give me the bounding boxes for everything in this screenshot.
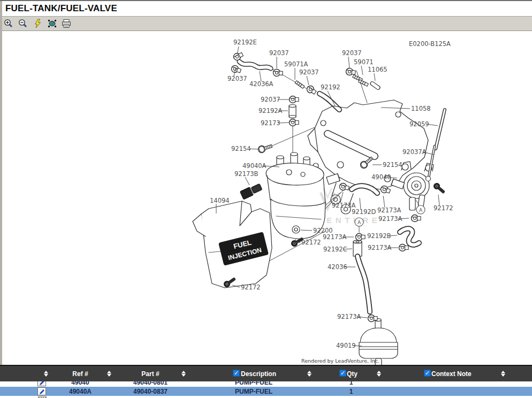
part-label-92172[interactable]: 92172 (434, 204, 453, 212)
part-label-92154[interactable]: 92154 (383, 161, 402, 169)
parts-diagram-canvas: LEADVENTURE (0, 1, 532, 398)
window-left-border (0, 1, 2, 365)
hotspot-select-icon (47, 19, 57, 28)
svg-text:A: A (358, 220, 361, 225)
sort-control-col-5[interactable] (501, 371, 505, 377)
cell-description: PUMP-FUEL (235, 381, 272, 386)
part-label-42036A[interactable]: 42036A (249, 80, 273, 88)
column-checkbox-context-note[interactable]: ✓ (424, 370, 431, 377)
lightning-icon (33, 19, 42, 28)
diagram-drawing: FUEL INJECTION (193, 51, 446, 366)
cell-description: PUMP-FUEL (235, 388, 272, 395)
part-label-92037[interactable]: 92037 (342, 49, 362, 57)
part-label-92192A[interactable]: 92192A (259, 107, 283, 114)
table-row[interactable]: 49040A49040-0837PUMP-FUEL1 (0, 387, 532, 396)
column-header-qty[interactable]: Qty (347, 370, 358, 378)
part-label-92037[interactable]: 92037 (227, 75, 247, 82)
part-label-92173A[interactable]: 92173A (378, 215, 402, 223)
part-label-92172[interactable]: 92172 (241, 284, 261, 291)
zoom-in-button[interactable] (3, 18, 14, 29)
part-label-92173A[interactable]: 92173A (368, 244, 392, 251)
column-header-context-note[interactable]: Context Note (431, 370, 472, 378)
part-label-11058[interactable]: 11058 (411, 105, 431, 112)
zoom-out-button[interactable] (18, 18, 28, 29)
column-header-ref-[interactable]: Ref # (72, 370, 88, 378)
part-label-92192D[interactable]: 92192D (352, 208, 376, 216)
rendered-by-credit: Rendered by LeadVenture, Inc. (301, 358, 379, 364)
sort-control-col-3[interactable] (307, 371, 311, 377)
part-label-92192E[interactable]: 92192E (233, 39, 257, 46)
sort-control-col-0[interactable] (44, 371, 48, 377)
sort-control-col-2[interactable] (181, 371, 186, 377)
row-edit-icon[interactable] (37, 387, 46, 395)
part-label-92037[interactable]: 92037 (261, 96, 280, 103)
part-label-92173A[interactable]: 92173A (337, 313, 361, 320)
svg-text:A: A (419, 208, 423, 213)
part-label-92059[interactable]: 92059 (409, 120, 429, 128)
cell-part: 49040-0801 (133, 381, 168, 386)
part-label-92173A[interactable]: 92173A (323, 233, 347, 241)
column-checkbox-qty[interactable]: ✓ (339, 370, 346, 377)
column-header-description[interactable]: Description (241, 370, 276, 378)
part-label-49019[interactable]: 49019 (336, 342, 356, 349)
title-bar: FUEL-TANK/FUEL-VALVE (0, 1, 532, 17)
part-label-92173B[interactable]: 92173B (234, 170, 259, 178)
parts-table-header: Ref #Part #✓Description✓Qty✓Context Note (0, 365, 532, 381)
part-label-92037[interactable]: 92037 (299, 68, 319, 76)
part-label-42036[interactable]: 42036 (328, 263, 347, 271)
sort-control-col-1[interactable] (107, 371, 111, 377)
cell-part: 49040-0837 (133, 388, 168, 395)
printer-icon (61, 19, 72, 28)
zoom-out-icon (18, 19, 28, 28)
part-label-92037A[interactable]: 92037A (402, 148, 427, 156)
refresh-button[interactable] (32, 18, 43, 29)
cell-qty: 1 (349, 381, 353, 386)
part-label-14094[interactable]: 14094 (210, 197, 230, 204)
part-label-92192B[interactable]: 92192B (367, 232, 391, 240)
table-row-partial[interactable] (0, 396, 532, 398)
part-label-59071[interactable]: 59071 (354, 58, 374, 66)
part-label-92192[interactable]: 92192 (321, 83, 340, 91)
part-label-49040A[interactable]: 49040A (242, 162, 267, 170)
column-checkbox-description[interactable]: ✓ (233, 370, 240, 377)
part-label-92037[interactable]: 92037 (269, 49, 289, 57)
row-edit-icon[interactable] (37, 381, 46, 386)
part-label-92172[interactable]: 92172 (301, 239, 321, 246)
part-label-92173[interactable]: 92173 (261, 119, 280, 127)
sort-control-col-4[interactable] (377, 371, 381, 377)
cell-qty: 1 (349, 388, 353, 395)
part-label-59071A[interactable]: 59071A (284, 60, 308, 68)
part-label-92192C[interactable]: 92192C (323, 246, 347, 253)
table-row[interactable]: 4904049040-0801PUMP-FUEL1 (0, 381, 532, 387)
column-header-part-[interactable]: Part # (141, 370, 159, 378)
part-label-11065[interactable]: 11065 (368, 66, 387, 73)
part-label-E0200-B125A[interactable]: E0200-B125A (409, 40, 451, 48)
part-label-92154[interactable]: 92154 (231, 145, 251, 152)
parts-table: Ref #Part #✓Description✓Qty✓Context Note… (0, 365, 532, 398)
zoom-in-icon (4, 19, 13, 28)
diagram-toolbar (0, 17, 532, 31)
part-label-49040[interactable]: 49040 (371, 173, 391, 181)
page-title: FUEL-TANK/FUEL-VALVE (5, 3, 117, 14)
cell-ref: 49040 (71, 381, 89, 386)
print-button[interactable] (61, 18, 72, 29)
cell-ref: 49040A (69, 388, 92, 395)
hotspot-select-button[interactable] (47, 18, 57, 29)
part-label-92173A[interactable]: 92173A (377, 206, 401, 214)
